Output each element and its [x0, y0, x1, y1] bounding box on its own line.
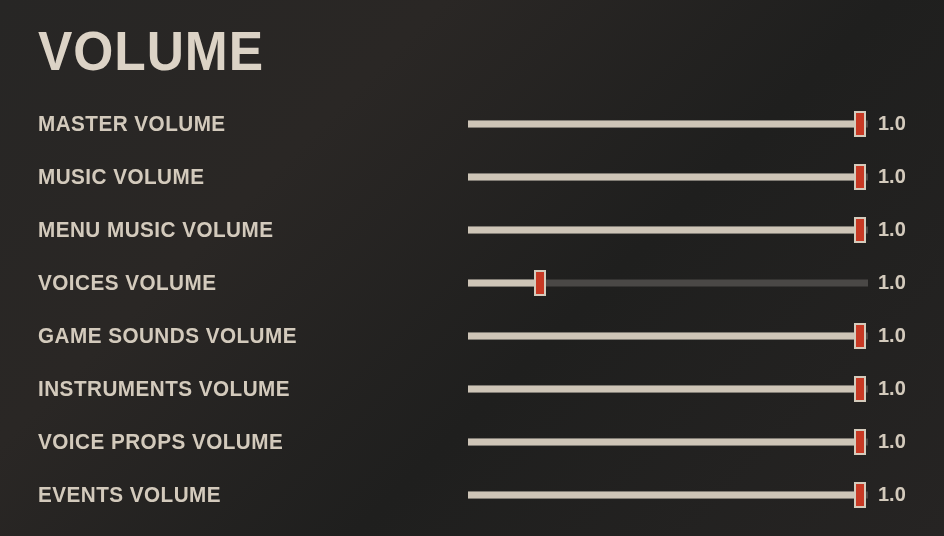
- slider-row-events: EVENTS VOLUME 1.0: [38, 468, 914, 521]
- slider-label-game-sounds: GAME SOUNDS VOLUME: [38, 323, 442, 349]
- slider-label-voices: VOICES VOLUME: [38, 270, 442, 296]
- slider-fill: [468, 226, 860, 233]
- slider-value-master: 1.0: [878, 112, 914, 135]
- slider-value-voice-props: 1.0: [878, 430, 914, 453]
- slider-handle[interactable]: [534, 270, 546, 296]
- slider-row-music: MUSIC VOLUME 1.0: [38, 150, 914, 203]
- slider-wrap-game-sounds: 1.0: [468, 324, 914, 348]
- slider-row-instruments: INSTRUMENTS VOLUME 1.0: [38, 362, 914, 415]
- slider-row-master: MASTER VOLUME 1.0: [38, 97, 914, 150]
- slider-value-music: 1.0: [878, 165, 914, 188]
- slider-handle[interactable]: [854, 482, 866, 508]
- slider-wrap-instruments: 1.0: [468, 377, 914, 401]
- slider-handle[interactable]: [854, 164, 866, 190]
- slider-handle[interactable]: [854, 111, 866, 137]
- slider-label-instruments: INSTRUMENTS VOLUME: [38, 376, 442, 402]
- slider-wrap-menu-music: 1.0: [468, 218, 914, 242]
- slider-value-menu-music: 1.0: [878, 218, 914, 241]
- slider-label-events: EVENTS VOLUME: [38, 482, 442, 508]
- slider-value-voices: 1.0: [878, 271, 914, 294]
- slider-label-voice-props: VOICE PROPS VOLUME: [38, 429, 442, 455]
- slider-value-events: 1.0: [878, 483, 914, 506]
- slider-wrap-music: 1.0: [468, 165, 914, 189]
- slider-fill: [468, 120, 860, 127]
- slider-wrap-events: 1.0: [468, 483, 914, 507]
- volume-sliders-list: MASTER VOLUME 1.0 MUSIC VOLUME 1.0 MENU …: [38, 97, 914, 521]
- slider-label-master: MASTER VOLUME: [38, 111, 442, 137]
- slider-value-instruments: 1.0: [878, 377, 914, 400]
- slider-handle[interactable]: [854, 376, 866, 402]
- slider-row-menu-music: MENU MUSIC VOLUME 1.0: [38, 203, 914, 256]
- slider-voices[interactable]: [468, 271, 868, 295]
- slider-fill: [468, 438, 860, 445]
- slider-row-game-sounds: GAME SOUNDS VOLUME 1.0: [38, 309, 914, 362]
- slider-fill: [468, 385, 860, 392]
- slider-label-menu-music: MENU MUSIC VOLUME: [38, 217, 442, 243]
- slider-fill: [468, 491, 860, 498]
- slider-menu-music[interactable]: [468, 218, 868, 242]
- slider-value-game-sounds: 1.0: [878, 324, 914, 347]
- slider-fill: [468, 332, 860, 339]
- slider-events[interactable]: [468, 483, 868, 507]
- slider-game-sounds[interactable]: [468, 324, 868, 348]
- slider-label-music: MUSIC VOLUME: [38, 164, 442, 190]
- slider-handle[interactable]: [854, 429, 866, 455]
- slider-music[interactable]: [468, 165, 868, 189]
- slider-wrap-voice-props: 1.0: [468, 430, 914, 454]
- slider-row-voices: VOICES VOLUME 1.0: [38, 256, 914, 309]
- slider-handle[interactable]: [854, 323, 866, 349]
- slider-handle[interactable]: [854, 217, 866, 243]
- slider-row-voice-props: VOICE PROPS VOLUME 1.0: [38, 415, 914, 468]
- slider-master[interactable]: [468, 112, 868, 136]
- slider-wrap-master: 1.0: [468, 112, 914, 136]
- slider-wrap-voices: 1.0: [468, 271, 914, 295]
- slider-instruments[interactable]: [468, 377, 868, 401]
- slider-fill: [468, 279, 540, 286]
- slider-voice-props[interactable]: [468, 430, 868, 454]
- slider-fill: [468, 173, 860, 180]
- page-title: VOLUME: [38, 18, 844, 83]
